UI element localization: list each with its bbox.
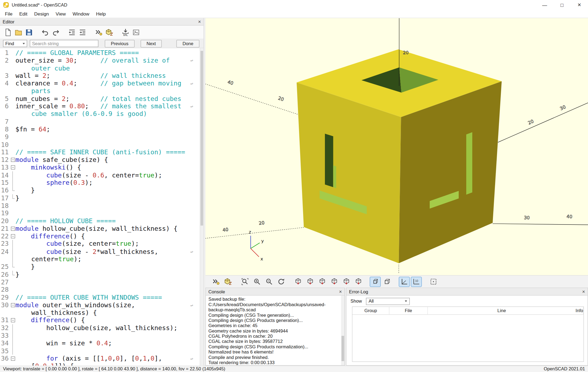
orthogonal[interactable] bbox=[382, 276, 393, 287]
fold-marker-icon[interactable] bbox=[10, 240, 15, 248]
fold-marker-icon[interactable] bbox=[10, 294, 15, 301]
show-axes[interactable] bbox=[399, 276, 410, 287]
show-scale-markers[interactable] bbox=[411, 276, 422, 287]
code-line[interactable]: 7 bbox=[0, 118, 200, 125]
fold-marker-icon[interactable] bbox=[10, 217, 15, 225]
code-line[interactable]: 9 bbox=[0, 133, 200, 141]
fold-marker-icon[interactable] bbox=[10, 186, 15, 194]
close-button[interactable]: × bbox=[571, 0, 588, 10]
fold-marker-icon[interactable] bbox=[10, 148, 15, 156]
fold-marker-icon[interactable] bbox=[10, 79, 15, 95]
export-stl[interactable] bbox=[120, 27, 131, 38]
fold-marker-icon[interactable] bbox=[10, 102, 15, 118]
open-file[interactable] bbox=[13, 27, 24, 38]
undo[interactable] bbox=[40, 27, 51, 38]
code-line[interactable]: 30 module outer_with_windows(size, wall_… bbox=[0, 301, 200, 316]
render[interactable] bbox=[223, 276, 233, 287]
find-previous-button[interactable]: Previous bbox=[105, 40, 135, 47]
fold-marker-icon[interactable] bbox=[10, 248, 15, 263]
menu-item[interactable]: Help bbox=[93, 10, 109, 17]
fold-marker-icon[interactable] bbox=[10, 57, 15, 72]
menu-item[interactable]: File bbox=[2, 10, 16, 17]
code-line[interactable]: 6 inner_scale = 0.80; // makes the small… bbox=[0, 102, 200, 118]
fold-marker-icon[interactable] bbox=[10, 179, 15, 186]
code-line[interactable]: 25 } bbox=[0, 263, 200, 270]
show-filter-dropdown[interactable]: All bbox=[366, 298, 410, 305]
new-file[interactable] bbox=[3, 27, 13, 38]
console-close-icon[interactable]: × bbox=[339, 289, 342, 294]
console-scrollbar-thumb[interactable] bbox=[342, 336, 344, 361]
save-file[interactable] bbox=[24, 27, 34, 38]
fold-marker-icon[interactable] bbox=[10, 301, 15, 316]
code-line[interactable]: 32 hollow_cube(size, wall_thickness); bbox=[0, 324, 200, 332]
error-log-close-icon[interactable]: × bbox=[582, 289, 585, 294]
code-line[interactable]: 34 win = size * 0.4; bbox=[0, 339, 200, 347]
code-line[interactable]: 2 outer_size = 30; // overall size of ou… bbox=[0, 57, 200, 72]
fold-marker-icon[interactable] bbox=[10, 156, 15, 164]
code-line[interactable]: 23 cube(size, center=true); bbox=[0, 240, 200, 248]
preview[interactable] bbox=[93, 27, 104, 38]
view-left[interactable] bbox=[329, 276, 340, 287]
fold-marker-icon[interactable] bbox=[10, 347, 15, 355]
fold-marker-icon[interactable] bbox=[10, 164, 15, 171]
maximize-button[interactable]: □ bbox=[553, 0, 571, 10]
code-line[interactable]: 29 // ===== OUTER CUBE WITH WINDOWS ====… bbox=[0, 294, 200, 301]
code-line[interactable]: 14 cube(size - 0.6, center=true); bbox=[0, 171, 200, 179]
code-line[interactable]: 20 // ===== HOLLOW CUBE ===== bbox=[0, 217, 200, 225]
menu-item[interactable]: View bbox=[52, 10, 69, 17]
code-line[interactable]: 5 num_cubes = 2; // total nested cubes bbox=[0, 95, 200, 102]
perspective[interactable] bbox=[370, 276, 381, 287]
code-area[interactable]: 1 // ===== GLOBAL PARAMETERS ===== 2 out… bbox=[0, 49, 200, 366]
view-right[interactable] bbox=[293, 276, 303, 287]
code-line[interactable]: 15 sphere(0.3); bbox=[0, 179, 200, 186]
console-scrollbar[interactable] bbox=[341, 296, 344, 365]
find-next-button[interactable]: Next bbox=[141, 40, 162, 47]
code-line[interactable]: 28 bbox=[0, 286, 200, 293]
code-editor[interactable]: 1 // ===== GLOBAL PARAMETERS ===== 2 out… bbox=[0, 48, 203, 365]
code-line[interactable]: 12 module safe_cube(size) { bbox=[0, 156, 200, 164]
code-line[interactable]: 18 bbox=[0, 202, 200, 210]
fold-marker-icon[interactable] bbox=[10, 278, 15, 286]
error-log-column-header[interactable]: File bbox=[389, 307, 428, 315]
view-all[interactable] bbox=[428, 276, 439, 287]
view-back[interactable] bbox=[353, 276, 364, 287]
fold-marker-icon[interactable] bbox=[10, 49, 15, 57]
code-line[interactable]: 35 bbox=[0, 347, 200, 355]
menu-item[interactable]: Window bbox=[69, 10, 93, 17]
view-top[interactable] bbox=[304, 276, 315, 287]
fold-marker-icon[interactable] bbox=[10, 202, 15, 210]
code-line[interactable]: 10 bbox=[0, 141, 200, 148]
reset-view[interactable] bbox=[276, 276, 287, 287]
find-mode-dropdown[interactable]: Find bbox=[3, 40, 27, 47]
fold-marker-icon[interactable] bbox=[10, 270, 15, 278]
error-log-column-header[interactable]: Line bbox=[428, 307, 575, 315]
fold-marker-icon[interactable] bbox=[10, 194, 15, 202]
fold-marker-icon[interactable] bbox=[10, 125, 15, 133]
code-line[interactable]: 19 bbox=[0, 210, 200, 217]
fold-marker-icon[interactable] bbox=[10, 332, 15, 339]
code-line[interactable]: 17 } bbox=[0, 194, 200, 202]
redo[interactable] bbox=[50, 27, 61, 38]
editor-close-icon[interactable]: × bbox=[198, 19, 201, 24]
code-line[interactable]: 8 $fn = 64; bbox=[0, 125, 200, 133]
fold-marker-icon[interactable] bbox=[10, 316, 15, 324]
view-bottom[interactable] bbox=[317, 276, 328, 287]
code-line[interactable]: 13 minkowski() { bbox=[0, 164, 200, 171]
fold-marker-icon[interactable] bbox=[10, 263, 15, 270]
minimize-button[interactable]: — bbox=[536, 0, 553, 10]
error-log-column-header[interactable]: Group bbox=[352, 307, 389, 315]
zoom-out[interactable] bbox=[263, 276, 274, 287]
fold-marker-icon[interactable] bbox=[10, 141, 15, 148]
code-line[interactable]: 24 cube(size - 2*wall_thickness, center=… bbox=[0, 248, 200, 263]
menu-item[interactable]: Edit bbox=[16, 10, 31, 17]
editor-scrollbar[interactable] bbox=[200, 48, 204, 365]
zoom-all[interactable] bbox=[239, 276, 250, 287]
render[interactable] bbox=[104, 27, 115, 38]
preview[interactable] bbox=[210, 276, 221, 287]
fold-marker-icon[interactable] bbox=[10, 210, 15, 217]
view-front[interactable] bbox=[341, 276, 352, 287]
3d-scene[interactable]: 30 40 20 30 20 40 20 40 20 bbox=[205, 18, 588, 275]
code-line[interactable]: 31 difference() { bbox=[0, 316, 200, 324]
fold-marker-icon[interactable] bbox=[10, 225, 15, 232]
export-image[interactable] bbox=[131, 27, 141, 38]
